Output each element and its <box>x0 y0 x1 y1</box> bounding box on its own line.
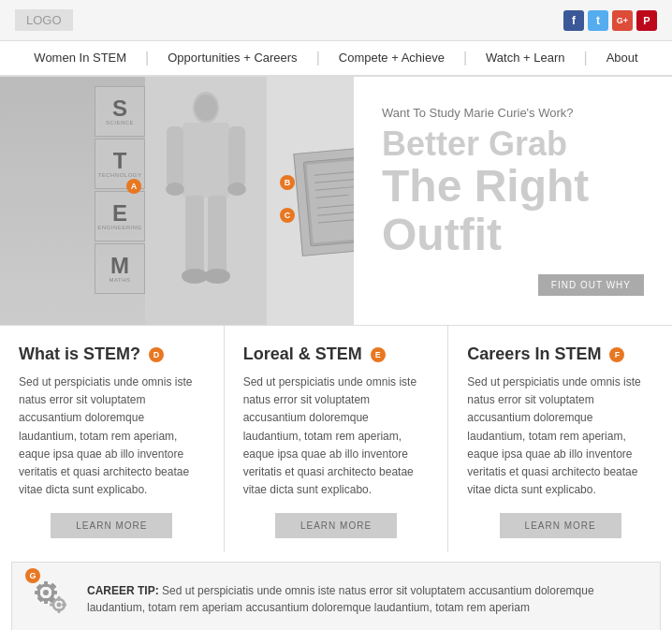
nav-women-in-stem[interactable]: Women In STEM <box>15 40 145 76</box>
badge-e: E <box>371 347 386 362</box>
learn-more-button-1[interactable]: LEARN MORE <box>51 513 172 538</box>
svg-point-1 <box>195 95 217 121</box>
nav-compete[interactable]: Compete + Achieve <box>320 40 463 76</box>
svg-point-21 <box>43 590 49 595</box>
hero-text-area: Want To Study Marie Curie's Work? Better… <box>354 77 672 325</box>
card-loreal-stem: Loreal & STEM E Sed ut perspiciatis unde… <box>225 326 449 552</box>
logo: LOGO <box>15 9 73 31</box>
find-out-why-button[interactable]: FIND OUT WHY <box>538 274 644 296</box>
svg-rect-22 <box>44 581 48 587</box>
card-title-2: Loreal & STEM E <box>243 344 430 364</box>
googleplus-icon[interactable]: G+ <box>612 10 633 31</box>
svg-rect-26 <box>36 584 42 591</box>
hero-title-line1: Better Grab <box>382 125 644 164</box>
svg-rect-35 <box>62 604 66 607</box>
svg-point-9 <box>182 269 208 284</box>
svg-rect-8 <box>208 196 226 275</box>
career-tip-icon-wrap: G <box>27 574 74 623</box>
learn-more-button-2[interactable]: LEARN MORE <box>275 513 397 538</box>
card-what-is-stem: What is STEM? D Sed ut perspiciatis unde… <box>0 326 225 552</box>
social-icons: f t G+ P <box>563 10 657 31</box>
svg-rect-2 <box>183 123 229 198</box>
hero-title-line2: The Right <box>382 164 644 209</box>
hero-person <box>145 77 267 325</box>
card-body-2: Sed ut perspiciatis unde omnis iste natu… <box>243 374 430 499</box>
facebook-icon[interactable]: f <box>563 10 584 31</box>
svg-rect-33 <box>58 608 61 613</box>
hero-title-line3: Outfit <box>382 209 644 260</box>
stem-tile-s: S SCIENCE <box>95 86 145 137</box>
twitter-icon[interactable]: t <box>588 10 608 31</box>
badge-f: F <box>609 347 624 362</box>
person-svg <box>159 81 253 325</box>
stem-tile-e: E ENGINEERING <box>95 191 145 242</box>
nav-opportunities[interactable]: Opportunities + Careers <box>149 40 315 76</box>
badge-d: D <box>149 347 164 362</box>
nav-watch[interactable]: Watch + Learn <box>467 40 583 76</box>
svg-rect-24 <box>35 591 40 594</box>
svg-rect-25 <box>51 591 57 594</box>
badge-b: B <box>280 175 295 190</box>
svg-rect-32 <box>58 596 61 601</box>
header: LOGO f t G+ P <box>0 0 672 41</box>
hero-subtitle: Want To Study Marie Curie's Work? <box>382 106 644 120</box>
svg-point-10 <box>204 269 230 284</box>
cards-section: What is STEM? D Sed ut perspiciatis unde… <box>0 325 672 552</box>
career-tip-body: Sed ut perspiciatis unde omnis iste natu… <box>87 584 594 614</box>
learn-more-button-3[interactable]: LEARN MORE <box>500 513 621 538</box>
svg-rect-28 <box>37 596 43 603</box>
career-tip-label: CAREER TIP: <box>87 584 159 597</box>
card-careers-stem: Careers In STEM F Sed ut perspiciatis un… <box>448 326 672 552</box>
main-nav: Women In STEM | Opportunities + Careers … <box>0 41 672 77</box>
career-tip-section: G CAREER TIP: Sed ut perspiciatis unde o… <box>11 562 661 630</box>
stem-tile-m: M MATHS <box>95 243 145 294</box>
card-title-1: What is STEM? D <box>19 344 205 364</box>
svg-rect-23 <box>44 598 48 604</box>
hero-section: S SCIENCE T TECHNOLOGY E ENGINEERING M M… <box>0 77 672 325</box>
pinterest-icon[interactable]: P <box>636 10 657 31</box>
svg-point-5 <box>166 183 184 196</box>
svg-point-31 <box>57 603 62 608</box>
card-body-1: Sed ut perspiciatis unde omnis iste natu… <box>19 374 205 499</box>
svg-rect-34 <box>50 604 54 607</box>
svg-rect-4 <box>228 126 245 187</box>
card-title-3: Careers In STEM F <box>467 344 653 364</box>
hero-left-photo: S SCIENCE T TECHNOLOGY E ENGINEERING M M… <box>0 77 145 325</box>
svg-rect-3 <box>167 126 183 187</box>
badge-a: A <box>126 179 141 194</box>
career-tip-text: CAREER TIP: Sed ut perspiciatis unde omn… <box>87 582 645 616</box>
svg-rect-7 <box>185 196 204 275</box>
badge-c: C <box>280 208 295 223</box>
svg-point-6 <box>227 183 246 196</box>
nav-about[interactable]: About <box>588 40 657 76</box>
card-body-3: Sed ut perspiciatis unde omnis iste natu… <box>467 374 653 499</box>
